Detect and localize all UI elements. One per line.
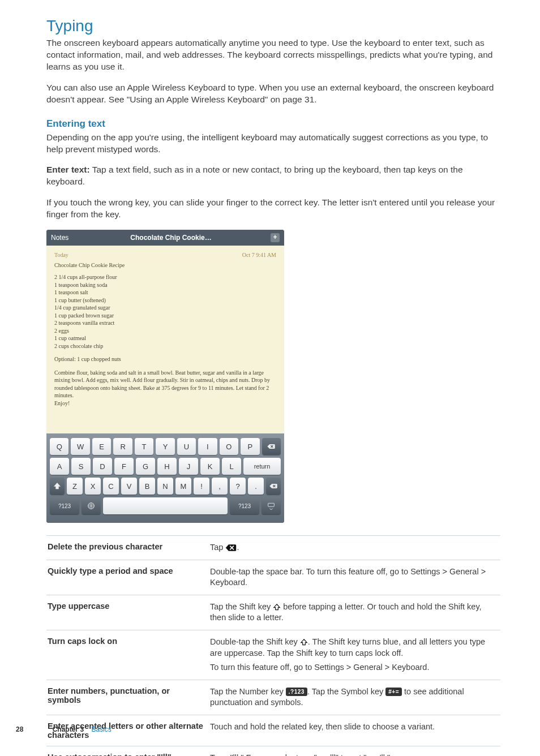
section-paragraph-1: Depending on the app you're using, the i…: [46, 132, 500, 156]
svg-rect-1: [268, 503, 275, 506]
page-number: 28: [16, 725, 23, 733]
backspace-key-kbd[interactable]: [266, 478, 281, 495]
key-z[interactable]: Z: [67, 478, 83, 495]
key-m[interactable]: M: [175, 478, 191, 495]
page-title: Typing: [46, 17, 500, 35]
note-optional: Optional: 1 cup chopped nuts: [54, 355, 276, 363]
shift-key[interactable]: [50, 478, 65, 495]
action-label: Type uppercase: [46, 595, 210, 630]
keyboard-hide-icon: [267, 501, 276, 510]
intro-paragraph-2: You can also use an Apple Wireless Keybo…: [46, 82, 500, 106]
page-footer: 28 Chapter 3 Basics: [16, 725, 112, 733]
table-row: Type uppercaseTap the Shift key before t…: [46, 595, 500, 630]
shift-icon: [300, 638, 308, 646]
globe-icon: [87, 501, 96, 510]
backspace-icon: [225, 544, 237, 552]
keyboard-row-2: ASDFGHJKL return: [50, 458, 281, 475]
action-label: Turn caps lock on: [46, 630, 210, 680]
device-screenshot: Notes Chocolate Chip Cookie… + Today Oct…: [46, 230, 284, 523]
key-v[interactable]: V: [121, 478, 137, 495]
key-d[interactable]: D: [93, 458, 112, 475]
key-s[interactable]: S: [71, 458, 91, 475]
keyboard-row-1: QWERTYUIOP: [50, 438, 281, 455]
table-row: Delete the previous characterTap .: [46, 536, 500, 560]
key-k[interactable]: K: [200, 458, 220, 475]
actions-table: Delete the previous characterTap .Quickl…: [46, 535, 500, 756]
key-g[interactable]: G: [136, 458, 155, 475]
return-key[interactable]: return: [243, 458, 281, 475]
app-name: Notes: [51, 234, 85, 242]
enter-text-label: Enter text:: [46, 165, 90, 174]
keyboard-row-4: ?123 ?123: [50, 497, 281, 514]
hide-keyboard-key[interactable]: [262, 497, 281, 514]
action-label: Enter numbers, punctuation, or symbols: [46, 680, 210, 715]
action-label: Quickly type a period and space: [46, 560, 210, 595]
key-f[interactable]: F: [114, 458, 134, 475]
key-![interactable]: !: [194, 478, 209, 495]
note-meta-right: Oct 7 9:41 AM: [242, 251, 276, 259]
key-p[interactable]: P: [241, 438, 259, 455]
key-q[interactable]: Q: [50, 438, 68, 455]
note-body[interactable]: Today Oct 7 9:41 AM Chocolate Chip Cooki…: [46, 246, 284, 433]
chapter-name: Basics: [91, 725, 111, 733]
action-description: Touch and hold the related key, then sli…: [210, 715, 500, 746]
onscreen-keyboard[interactable]: QWERTYUIOP ASDFGHJKL return ZXCVBNM!,?. …: [46, 433, 284, 523]
table-row: Enter numbers, punctuation, or symbolsTa…: [46, 680, 500, 715]
section-paragraph-3: If you touch the wrong key, you can slid…: [46, 197, 500, 221]
action-description: Double-tap the space bar. To turn this f…: [210, 560, 500, 595]
number-mode-key-2[interactable]: ?123: [230, 497, 259, 514]
action-description: Tap the Number key .?123. Tap the Symbol…: [210, 680, 500, 715]
globe-key[interactable]: [82, 497, 101, 514]
note-title-header: Chocolate Chip Cookie…: [85, 234, 257, 242]
action-label: Delete the previous character: [46, 536, 210, 560]
note-ingredients: 2 1/4 cups all-purpose flour 1 teaspoon …: [54, 273, 276, 350]
key-u[interactable]: U: [177, 438, 196, 455]
table-row: Use autocorrection to enter "'ll"Type "l…: [46, 746, 500, 756]
backspace-icon: [267, 442, 276, 451]
table-row: Enter accented letters or other alternat…: [46, 715, 500, 746]
action-description: Double-tap the Shift key . The Shift key…: [210, 630, 500, 680]
space-key[interactable]: [103, 497, 228, 514]
action-description: Tap the Shift key before tapping a lette…: [210, 595, 500, 630]
action-label: Use autocorrection to enter "'ll": [46, 746, 210, 756]
key-,[interactable]: ,: [212, 478, 228, 495]
key-x[interactable]: X: [85, 478, 101, 495]
action-description: Type "lll." For example, type "youlll" t…: [210, 746, 500, 756]
chapter-label: Chapter 3: [53, 725, 84, 733]
key-a[interactable]: A: [50, 458, 69, 475]
note-instructions: Combine flour, baking soda and salt in a…: [54, 369, 276, 407]
number-mode-key[interactable]: ?123: [50, 497, 79, 514]
key-r[interactable]: R: [113, 438, 132, 455]
key-.[interactable]: .: [248, 478, 264, 495]
key-e[interactable]: E: [92, 438, 111, 455]
key-l[interactable]: L: [222, 458, 241, 475]
symbol-key-pill: #+=: [385, 688, 402, 697]
key-c[interactable]: C: [103, 478, 119, 495]
key-o[interactable]: O: [220, 438, 238, 455]
device-header: Notes Chocolate Chip Cookie… +: [46, 230, 284, 246]
backspace-key[interactable]: [262, 438, 281, 455]
action-description: Tap .: [210, 536, 500, 560]
number-key-pill: .?123: [286, 688, 307, 697]
note-meta-left: Today: [54, 251, 68, 259]
table-row: Quickly type a period and spaceDouble-ta…: [46, 560, 500, 595]
key-j[interactable]: J: [179, 458, 198, 475]
table-row: Turn caps lock onDouble-tap the Shift ke…: [46, 630, 500, 680]
section-heading: Entering text: [46, 118, 500, 130]
shift-icon: [273, 603, 281, 611]
key-w[interactable]: W: [71, 438, 89, 455]
key-y[interactable]: Y: [156, 438, 174, 455]
intro-paragraph-1: The onscreen keyboard appears automatica…: [46, 37, 500, 73]
enter-text-body: Tap a text field, such as in a note or n…: [46, 165, 463, 186]
section-paragraph-2: Enter text: Tap a text field, such as in…: [46, 164, 500, 188]
shift-icon: [53, 482, 62, 491]
keyboard-row-3: ZXCVBNM!,?.: [50, 478, 281, 495]
key-h[interactable]: H: [157, 458, 177, 475]
key-b[interactable]: B: [139, 478, 155, 495]
key-?[interactable]: ?: [230, 478, 246, 495]
key-t[interactable]: T: [135, 438, 153, 455]
key-i[interactable]: I: [198, 438, 217, 455]
note-title: Chocolate Chip Cookie Recipe: [54, 261, 276, 269]
add-note-button[interactable]: +: [271, 233, 280, 242]
key-n[interactable]: N: [157, 478, 173, 495]
